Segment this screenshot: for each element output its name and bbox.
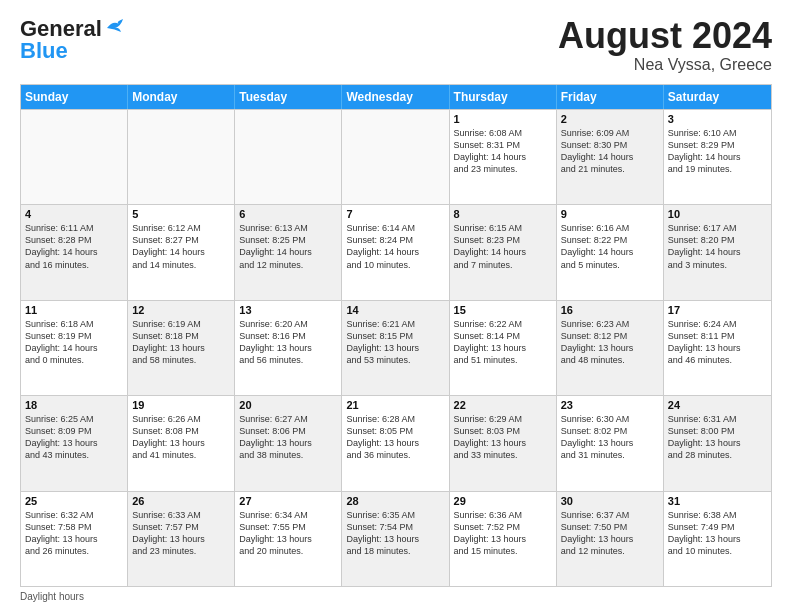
calendar-day-cell: 12Sunrise: 6:19 AM Sunset: 8:18 PM Dayli… bbox=[128, 301, 235, 395]
calendar-day-cell: 8Sunrise: 6:15 AM Sunset: 8:23 PM Daylig… bbox=[450, 205, 557, 299]
day-info: Sunrise: 6:23 AM Sunset: 8:12 PM Dayligh… bbox=[561, 318, 659, 367]
calendar-day-cell: 9Sunrise: 6:16 AM Sunset: 8:22 PM Daylig… bbox=[557, 205, 664, 299]
day-info: Sunrise: 6:35 AM Sunset: 7:54 PM Dayligh… bbox=[346, 509, 444, 558]
calendar-day-cell: 22Sunrise: 6:29 AM Sunset: 8:03 PM Dayli… bbox=[450, 396, 557, 490]
calendar-day-cell: 31Sunrise: 6:38 AM Sunset: 7:49 PM Dayli… bbox=[664, 492, 771, 586]
day-info: Sunrise: 6:27 AM Sunset: 8:06 PM Dayligh… bbox=[239, 413, 337, 462]
day-info: Sunrise: 6:18 AM Sunset: 8:19 PM Dayligh… bbox=[25, 318, 123, 367]
page: General Blue August 2024 Nea Vyssa, Gree… bbox=[0, 0, 792, 612]
calendar-day-cell: 11Sunrise: 6:18 AM Sunset: 8:19 PM Dayli… bbox=[21, 301, 128, 395]
footer-note: Daylight hours bbox=[20, 591, 772, 602]
day-info: Sunrise: 6:37 AM Sunset: 7:50 PM Dayligh… bbox=[561, 509, 659, 558]
calendar-day-cell: 1Sunrise: 6:08 AM Sunset: 8:31 PM Daylig… bbox=[450, 110, 557, 204]
logo: General Blue bbox=[20, 16, 127, 64]
calendar-day-cell: 21Sunrise: 6:28 AM Sunset: 8:05 PM Dayli… bbox=[342, 396, 449, 490]
day-number: 9 bbox=[561, 208, 659, 220]
calendar-week-row: 1Sunrise: 6:08 AM Sunset: 8:31 PM Daylig… bbox=[21, 109, 771, 204]
calendar-day-cell bbox=[342, 110, 449, 204]
day-number: 7 bbox=[346, 208, 444, 220]
day-info: Sunrise: 6:28 AM Sunset: 8:05 PM Dayligh… bbox=[346, 413, 444, 462]
calendar-day-cell: 6Sunrise: 6:13 AM Sunset: 8:25 PM Daylig… bbox=[235, 205, 342, 299]
location: Nea Vyssa, Greece bbox=[558, 56, 772, 74]
day-number: 6 bbox=[239, 208, 337, 220]
day-number: 28 bbox=[346, 495, 444, 507]
calendar-day-cell: 29Sunrise: 6:36 AM Sunset: 7:52 PM Dayli… bbox=[450, 492, 557, 586]
calendar-day-cell: 13Sunrise: 6:20 AM Sunset: 8:16 PM Dayli… bbox=[235, 301, 342, 395]
day-number: 1 bbox=[454, 113, 552, 125]
day-info: Sunrise: 6:15 AM Sunset: 8:23 PM Dayligh… bbox=[454, 222, 552, 271]
calendar-header-cell: Sunday bbox=[21, 85, 128, 109]
calendar-week-row: 11Sunrise: 6:18 AM Sunset: 8:19 PM Dayli… bbox=[21, 300, 771, 395]
calendar-day-cell bbox=[128, 110, 235, 204]
day-info: Sunrise: 6:12 AM Sunset: 8:27 PM Dayligh… bbox=[132, 222, 230, 271]
header: General Blue August 2024 Nea Vyssa, Gree… bbox=[20, 16, 772, 74]
day-number: 31 bbox=[668, 495, 767, 507]
day-info: Sunrise: 6:32 AM Sunset: 7:58 PM Dayligh… bbox=[25, 509, 123, 558]
logo-bird-icon bbox=[105, 18, 127, 36]
day-number: 14 bbox=[346, 304, 444, 316]
day-number: 5 bbox=[132, 208, 230, 220]
day-info: Sunrise: 6:09 AM Sunset: 8:30 PM Dayligh… bbox=[561, 127, 659, 176]
day-number: 3 bbox=[668, 113, 767, 125]
day-info: Sunrise: 6:17 AM Sunset: 8:20 PM Dayligh… bbox=[668, 222, 767, 271]
day-number: 19 bbox=[132, 399, 230, 411]
day-info: Sunrise: 6:11 AM Sunset: 8:28 PM Dayligh… bbox=[25, 222, 123, 271]
day-info: Sunrise: 6:25 AM Sunset: 8:09 PM Dayligh… bbox=[25, 413, 123, 462]
day-number: 13 bbox=[239, 304, 337, 316]
day-number: 30 bbox=[561, 495, 659, 507]
day-info: Sunrise: 6:33 AM Sunset: 7:57 PM Dayligh… bbox=[132, 509, 230, 558]
day-info: Sunrise: 6:20 AM Sunset: 8:16 PM Dayligh… bbox=[239, 318, 337, 367]
day-number: 23 bbox=[561, 399, 659, 411]
day-info: Sunrise: 6:34 AM Sunset: 7:55 PM Dayligh… bbox=[239, 509, 337, 558]
calendar-body: 1Sunrise: 6:08 AM Sunset: 8:31 PM Daylig… bbox=[21, 109, 771, 586]
day-info: Sunrise: 6:30 AM Sunset: 8:02 PM Dayligh… bbox=[561, 413, 659, 462]
calendar-day-cell: 16Sunrise: 6:23 AM Sunset: 8:12 PM Dayli… bbox=[557, 301, 664, 395]
calendar-day-cell: 15Sunrise: 6:22 AM Sunset: 8:14 PM Dayli… bbox=[450, 301, 557, 395]
day-number: 26 bbox=[132, 495, 230, 507]
day-info: Sunrise: 6:10 AM Sunset: 8:29 PM Dayligh… bbox=[668, 127, 767, 176]
day-number: 16 bbox=[561, 304, 659, 316]
day-info: Sunrise: 6:14 AM Sunset: 8:24 PM Dayligh… bbox=[346, 222, 444, 271]
day-number: 4 bbox=[25, 208, 123, 220]
calendar-day-cell: 26Sunrise: 6:33 AM Sunset: 7:57 PM Dayli… bbox=[128, 492, 235, 586]
calendar-day-cell: 27Sunrise: 6:34 AM Sunset: 7:55 PM Dayli… bbox=[235, 492, 342, 586]
day-number: 24 bbox=[668, 399, 767, 411]
month-year: August 2024 bbox=[558, 16, 772, 56]
day-info: Sunrise: 6:31 AM Sunset: 8:00 PM Dayligh… bbox=[668, 413, 767, 462]
calendar-week-row: 4Sunrise: 6:11 AM Sunset: 8:28 PM Daylig… bbox=[21, 204, 771, 299]
day-number: 29 bbox=[454, 495, 552, 507]
calendar-day-cell: 5Sunrise: 6:12 AM Sunset: 8:27 PM Daylig… bbox=[128, 205, 235, 299]
calendar-week-row: 18Sunrise: 6:25 AM Sunset: 8:09 PM Dayli… bbox=[21, 395, 771, 490]
calendar-day-cell: 28Sunrise: 6:35 AM Sunset: 7:54 PM Dayli… bbox=[342, 492, 449, 586]
day-number: 22 bbox=[454, 399, 552, 411]
day-info: Sunrise: 6:26 AM Sunset: 8:08 PM Dayligh… bbox=[132, 413, 230, 462]
day-info: Sunrise: 6:19 AM Sunset: 8:18 PM Dayligh… bbox=[132, 318, 230, 367]
day-number: 21 bbox=[346, 399, 444, 411]
calendar-day-cell: 10Sunrise: 6:17 AM Sunset: 8:20 PM Dayli… bbox=[664, 205, 771, 299]
calendar-week-row: 25Sunrise: 6:32 AM Sunset: 7:58 PM Dayli… bbox=[21, 491, 771, 586]
logo-blue-text: Blue bbox=[20, 38, 68, 64]
calendar-day-cell: 14Sunrise: 6:21 AM Sunset: 8:15 PM Dayli… bbox=[342, 301, 449, 395]
calendar-day-cell: 2Sunrise: 6:09 AM Sunset: 8:30 PM Daylig… bbox=[557, 110, 664, 204]
day-number: 2 bbox=[561, 113, 659, 125]
day-number: 25 bbox=[25, 495, 123, 507]
day-info: Sunrise: 6:08 AM Sunset: 8:31 PM Dayligh… bbox=[454, 127, 552, 176]
day-info: Sunrise: 6:24 AM Sunset: 8:11 PM Dayligh… bbox=[668, 318, 767, 367]
calendar-header: SundayMondayTuesdayWednesdayThursdayFrid… bbox=[21, 85, 771, 109]
calendar-day-cell: 4Sunrise: 6:11 AM Sunset: 8:28 PM Daylig… bbox=[21, 205, 128, 299]
day-number: 15 bbox=[454, 304, 552, 316]
day-number: 11 bbox=[25, 304, 123, 316]
calendar-header-cell: Saturday bbox=[664, 85, 771, 109]
day-number: 8 bbox=[454, 208, 552, 220]
calendar-header-cell: Friday bbox=[557, 85, 664, 109]
calendar-day-cell: 30Sunrise: 6:37 AM Sunset: 7:50 PM Dayli… bbox=[557, 492, 664, 586]
calendar-header-cell: Wednesday bbox=[342, 85, 449, 109]
day-info: Sunrise: 6:16 AM Sunset: 8:22 PM Dayligh… bbox=[561, 222, 659, 271]
title-block: August 2024 Nea Vyssa, Greece bbox=[558, 16, 772, 74]
calendar: SundayMondayTuesdayWednesdayThursdayFrid… bbox=[20, 84, 772, 587]
calendar-header-cell: Tuesday bbox=[235, 85, 342, 109]
day-number: 10 bbox=[668, 208, 767, 220]
calendar-day-cell bbox=[235, 110, 342, 204]
calendar-day-cell: 25Sunrise: 6:32 AM Sunset: 7:58 PM Dayli… bbox=[21, 492, 128, 586]
day-info: Sunrise: 6:21 AM Sunset: 8:15 PM Dayligh… bbox=[346, 318, 444, 367]
